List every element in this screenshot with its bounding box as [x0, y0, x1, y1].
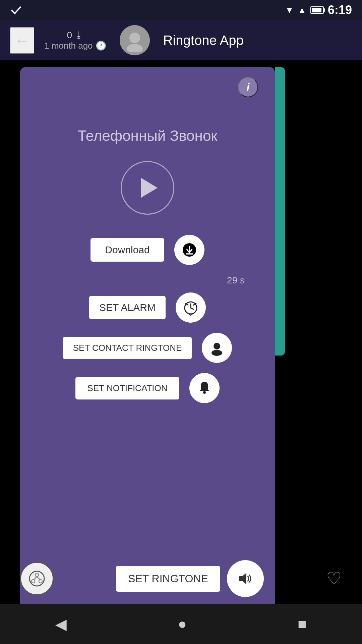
main-area: i Телефонный Звонок Download 29 s	[0, 60, 362, 644]
download-number: 0	[67, 30, 72, 41]
app-header: ← 0 ⭳ 1 month ago 🕐 Ringtone App	[0, 20, 362, 60]
status-time: 6:19	[328, 3, 352, 17]
svg-line-16	[37, 577, 40, 580]
volume-circle-button[interactable]	[227, 560, 264, 597]
svg-point-14	[39, 580, 42, 583]
check-icon	[10, 4, 22, 16]
download-count: 0 ⭳	[67, 30, 83, 41]
wifi-icon: ▼	[285, 5, 294, 15]
svg-point-12	[35, 573, 39, 577]
bottom-action-bar: SET RINGTONE ♡	[0, 560, 362, 597]
set-alarm-row: SET ALARM	[34, 292, 261, 323]
header-meta: 0 ⭳ 1 month ago 🕐	[44, 30, 106, 51]
set-ringtone-button[interactable]: SET RINGTONE	[116, 566, 220, 592]
download-icon: ⭳	[75, 30, 83, 40]
svg-point-0	[129, 33, 140, 43]
svg-point-9	[212, 350, 222, 356]
alarm-circle-button[interactable]	[176, 292, 206, 323]
set-alarm-button[interactable]: SET ALARM	[89, 296, 166, 319]
avatar	[120, 25, 150, 55]
svg-marker-18	[242, 573, 246, 584]
share-button[interactable]	[20, 562, 54, 595]
download-button[interactable]: Download	[90, 238, 164, 262]
svg-point-13	[32, 580, 35, 583]
signal-icon: ▲	[298, 5, 306, 15]
download-circle-button[interactable]	[174, 235, 204, 265]
back-button[interactable]: ←	[10, 27, 34, 54]
nav-bar: ◀ ● ■	[0, 604, 362, 644]
info-button[interactable]: i	[238, 77, 258, 97]
download-icon	[182, 243, 197, 257]
status-bar: ▼ ▲ 6:19	[0, 0, 362, 20]
volume-icon	[236, 570, 254, 588]
set-contact-ringtone-row: SET CONTACT RINGTONE	[34, 333, 261, 363]
play-button[interactable]	[121, 161, 174, 215]
song-title: Телефонный Звонок	[77, 127, 217, 144]
svg-line-15	[34, 577, 37, 580]
nav-recents-button[interactable]: ■	[298, 615, 307, 632]
set-notification-row: SET NOTIFICATION	[34, 373, 261, 403]
ringtone-card: i Телефонный Звонок Download 29 s	[20, 67, 275, 644]
nav-back-button[interactable]: ◀	[55, 615, 67, 633]
set-notification-button[interactable]: SET NOTIFICATION	[75, 377, 179, 399]
time-ago: 1 month ago 🕐	[44, 41, 106, 51]
favorite-button[interactable]: ♡	[326, 569, 342, 589]
svg-point-8	[214, 343, 220, 350]
time-ago-text: 1 month ago	[44, 41, 93, 51]
set-contact-ringtone-button[interactable]: SET CONTACT RINGTONE	[63, 337, 192, 359]
svg-rect-17	[239, 576, 242, 581]
clock-icon: 🕐	[96, 41, 106, 51]
contact-circle-button[interactable]	[202, 333, 232, 363]
notification-circle-button[interactable]	[189, 373, 220, 403]
nav-home-button[interactable]: ●	[178, 615, 187, 632]
contact-icon	[208, 339, 225, 356]
bell-icon	[196, 380, 213, 396]
duration-label: 29 s	[227, 275, 245, 286]
alarm-icon	[182, 299, 199, 316]
set-ringtone-row: SET RINGTONE	[116, 560, 264, 597]
svg-point-10	[203, 391, 206, 394]
teal-strip	[275, 67, 285, 356]
share-icon	[28, 570, 45, 587]
svg-point-1	[127, 44, 143, 52]
app-title: Ringtone App	[163, 33, 244, 48]
download-row: Download	[34, 235, 261, 265]
play-icon	[141, 178, 158, 198]
battery-icon	[310, 6, 324, 14]
